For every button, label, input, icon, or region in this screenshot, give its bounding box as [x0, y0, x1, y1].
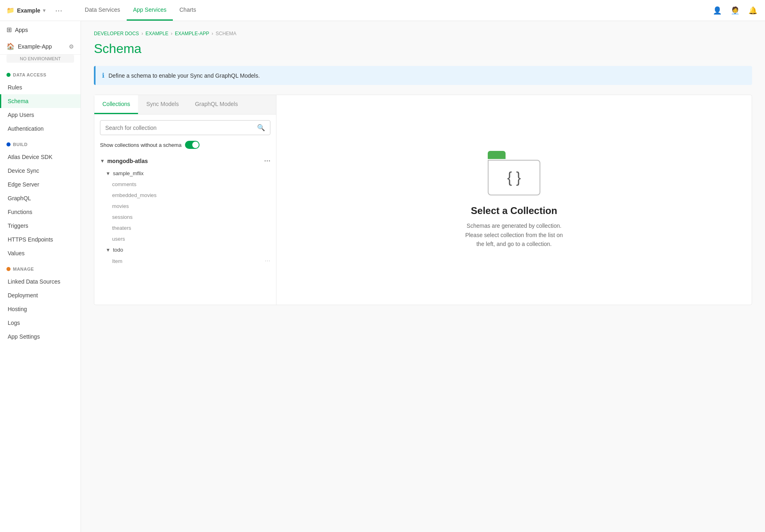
info-banner: ℹ Define a schema to enable your Sync an… [94, 66, 752, 85]
item-more-options[interactable]: ⋯ [265, 258, 270, 264]
user-add-icon[interactable]: 👤 [712, 5, 723, 16]
bell-icon[interactable]: 🔔 [747, 5, 759, 16]
linked-data-sources-label: Linked Data Sources [8, 278, 60, 285]
toggle-row: Show collections without a schema [94, 141, 276, 154]
breadcrumb-developer-docs[interactable]: DEVELOPER DOCS [94, 31, 139, 36]
top-nav: 📁 Example ▾ ⋯ Data Services App Services… [0, 0, 765, 21]
sidebar-item-app-users[interactable]: App Users [0, 108, 81, 122]
nav-app-services[interactable]: App Services [127, 0, 173, 21]
collection-sessions[interactable]: sessions [94, 212, 276, 223]
brand-arrow: ▾ [43, 8, 45, 13]
nav-icons: 👤 🧑‍💼 🔔 [712, 5, 759, 16]
info-icon: ℹ [102, 72, 104, 79]
search-icon[interactable]: 🔍 [257, 124, 265, 131]
profile-icon[interactable]: 🧑‍💼 [729, 5, 741, 16]
section-data-access: DATA ACCESS [0, 66, 81, 81]
authentication-label: Authentication [8, 125, 44, 132]
search-input[interactable] [105, 125, 257, 131]
collection-item[interactable]: Item ⋯ [94, 255, 276, 267]
sidebar-item-hosting[interactable]: Hosting [0, 302, 81, 316]
sidebar-item-values[interactable]: Values [0, 246, 81, 260]
breadcrumb-example[interactable]: EXAMPLE [145, 31, 168, 36]
main-layout: ⊞ Apps 🏠 Example-App ⚙ NO ENVIRONMENT DA… [0, 21, 765, 532]
folder-tab [488, 151, 506, 159]
edge-server-label: Edge Server [8, 181, 39, 188]
section-manage-label: MANAGE [13, 267, 34, 271]
empty-state: { } Select a Collection Schemas are gene… [449, 135, 579, 265]
app-users-label: App Users [8, 112, 34, 118]
chevron-down-icon: ▼ [106, 247, 110, 253]
group-more-options[interactable]: ⋯ [264, 157, 270, 165]
toggle-label: Show collections without a schema [100, 142, 182, 148]
collection-theaters[interactable]: theaters [94, 223, 276, 233]
folder-body: { } [488, 160, 540, 195]
sidebar-item-logs[interactable]: Logs [0, 316, 81, 330]
sidebar-item-rules[interactable]: Rules [0, 81, 81, 94]
empty-state-title: Select a Collection [465, 205, 563, 216]
tree-db-todo[interactable]: ▼ todo [94, 244, 276, 255]
schema-right-panel: { } Select a Collection Schemas are gene… [276, 95, 752, 305]
sidebar-item-triggers[interactable]: Triggers [0, 219, 81, 233]
section-manage: MANAGE [0, 260, 81, 275]
collection-name: users [112, 236, 125, 242]
hosting-label: Hosting [8, 306, 27, 312]
info-banner-text: Define a schema to enable your Sync and … [108, 72, 260, 79]
apps-nav[interactable]: ⊞ Apps [0, 21, 81, 38]
tree-db-sample-mflix[interactable]: ▼ sample_mflix [94, 168, 276, 179]
sidebar-item-device-sync[interactable]: Device Sync [0, 164, 81, 178]
tab-sync-models[interactable]: Sync Models [138, 95, 187, 114]
sidebar-item-app-settings[interactable]: App Settings [0, 330, 81, 343]
collection-name: movies [112, 203, 129, 209]
search-row: 🔍 [94, 114, 276, 141]
nav-data-services[interactable]: Data Services [79, 0, 127, 21]
toggle-switch[interactable] [185, 141, 200, 149]
collection-name: Item [112, 258, 122, 264]
app-row: 🏠 Example-App ⚙ [0, 38, 81, 55]
db-name: todo [113, 247, 123, 253]
brace-icon: { } [507, 169, 521, 186]
sidebar-item-graphql[interactable]: GraphQL [0, 191, 81, 205]
sidebar: ⊞ Apps 🏠 Example-App ⚙ NO ENVIRONMENT DA… [0, 21, 81, 532]
breadcrumb-example-app[interactable]: EXAMPLE-APP [175, 31, 209, 36]
app-name: Example-App [18, 43, 52, 50]
home-icon: 🏠 [6, 42, 15, 50]
db-name: sample_mflix [113, 170, 144, 176]
app-settings-icon[interactable]: ⚙ [69, 43, 74, 50]
sidebar-item-authentication[interactable]: Authentication [0, 122, 81, 136]
sidebar-item-linked-data-sources[interactable]: Linked Data Sources [0, 275, 81, 288]
tree-group-mongodb-atlas[interactable]: ▼ mongodb-atlas ⋯ [94, 154, 276, 168]
nav-links: Data Services App Services Charts [79, 0, 203, 21]
main-content: DEVELOPER DOCS › EXAMPLE › EXAMPLE-APP ›… [81, 21, 765, 532]
collection-name: embedded_movies [112, 192, 157, 198]
no-env-badge: NO ENVIRONMENT [6, 55, 74, 63]
schema-panel: Collections Sync Models GraphQL Models 🔍 [94, 95, 752, 305]
collection-name: theaters [112, 225, 131, 231]
folder-illustration: { } [488, 151, 540, 195]
values-label: Values [8, 250, 25, 256]
brand-button[interactable]: 📁 Example ▾ [6, 6, 45, 14]
sidebar-item-schema[interactable]: Schema [0, 94, 81, 108]
sidebar-item-atlas-device-sdk[interactable]: Atlas Device SDK [0, 150, 81, 164]
app-settings-label: App Settings [8, 333, 40, 340]
nav-charts[interactable]: Charts [173, 0, 202, 21]
tab-collections[interactable]: Collections [94, 95, 138, 114]
collection-users[interactable]: users [94, 233, 276, 244]
page-title: Schema [94, 41, 752, 56]
collection-movies[interactable]: movies [94, 201, 276, 212]
chevron-down-icon: ▼ [106, 171, 110, 176]
sidebar-item-edge-server[interactable]: Edge Server [0, 178, 81, 191]
collection-comments[interactable]: comments [94, 179, 276, 190]
logs-label: Logs [8, 320, 20, 326]
tab-graphql-models[interactable]: GraphQL Models [187, 95, 246, 114]
functions-label: Functions [8, 209, 32, 215]
sidebar-item-functions[interactable]: Functions [0, 205, 81, 219]
section-data-access-label: DATA ACCESS [13, 72, 47, 77]
deployment-label: Deployment [8, 292, 38, 299]
sidebar-item-https-endpoints[interactable]: HTTPS Endpoints [0, 233, 81, 246]
folder-icon: 📁 [6, 6, 15, 14]
search-box: 🔍 [100, 120, 270, 135]
collection-name: sessions [112, 214, 133, 220]
more-options-button[interactable]: ⋯ [55, 6, 62, 15]
collection-embedded-movies[interactable]: embedded_movies [94, 190, 276, 201]
sidebar-item-deployment[interactable]: Deployment [0, 288, 81, 302]
